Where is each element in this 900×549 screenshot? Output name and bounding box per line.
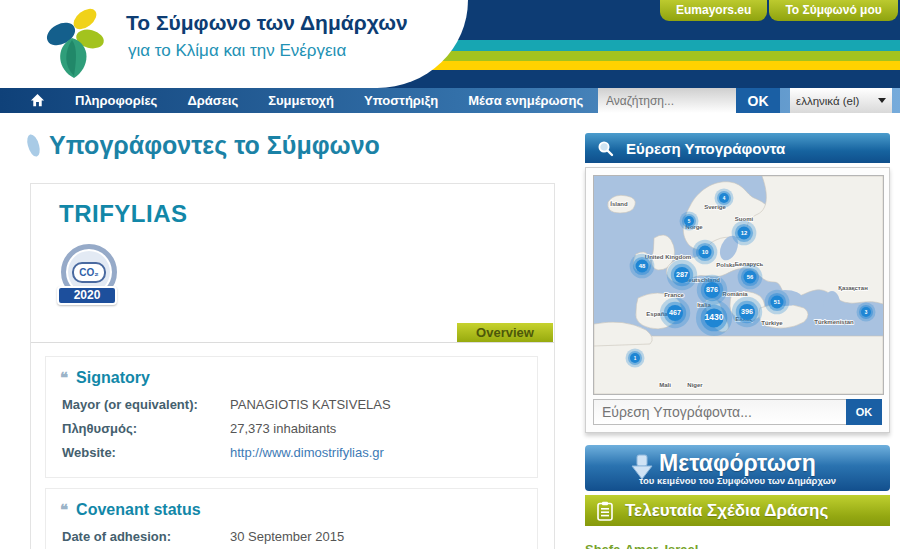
latest-action-plans-title: Τελευταία Σχέδια Δράσης	[625, 501, 828, 521]
card-divider	[31, 342, 554, 343]
svg-text:Türkiye: Türkiye	[761, 320, 783, 326]
language-label: ελληνικά (el)	[796, 95, 859, 107]
signatory-card: TRIFYLIAS CO₂ 2020 Overview ❝ Signatory …	[30, 183, 555, 549]
main-navigation: Πληροφορίες Δράσεις Συμμετοχή Υποστήριξη…	[0, 88, 900, 113]
svg-text:1: 1	[634, 356, 637, 361]
section-quote-icon: ❝	[60, 501, 68, 519]
find-signatory-header: Εύρεση Υπογράφοντα	[585, 133, 890, 163]
svg-text:3: 3	[865, 310, 868, 315]
svg-text:Mali: Mali	[659, 382, 671, 388]
download-subtitle: του κειμένου του Συμφώνου των Δημάρχων	[639, 475, 836, 486]
covenant-heading-row: ❝ Covenant status	[60, 501, 523, 519]
site-subtitle: για το Κλίμα και την Ενέργεια	[128, 41, 346, 61]
language-selector[interactable]: ελληνικά (el)	[790, 88, 892, 113]
nav-item-support[interactable]: Υποστήριξη	[364, 93, 438, 108]
page: Το Σύμφωνο των Δημάρχων για το Κλίμα και…	[0, 0, 900, 549]
nav-right-tools: OK ελληνικά (el)	[598, 88, 900, 113]
search-icon	[597, 140, 614, 157]
download-title: Μεταφόρτωση	[639, 451, 836, 475]
covenant-leaf-logo	[34, 4, 114, 82]
page-title: Υπογράφοντες το Σύμφωνο	[49, 131, 380, 160]
svg-text:5: 5	[688, 219, 691, 224]
population-row: Πληθυσμός: 27,373 inhabitants	[62, 421, 523, 436]
svg-text:467: 467	[669, 308, 681, 317]
find-signatory-title: Εύρεση Υπογράφοντα	[626, 140, 785, 157]
co2-2020-badge: CO₂ 2020	[57, 244, 127, 326]
badge-year: 2020	[57, 286, 117, 305]
nav-item-media[interactable]: Μέσα ενημέρωσης	[468, 93, 583, 108]
svg-text:10: 10	[702, 249, 709, 255]
co2-cloud-icon: CO₂	[72, 262, 105, 283]
download-text: Μεταφόρτωση του κειμένου του Συμφώνου τω…	[639, 451, 836, 486]
header-buttons: Eumayors.eu Το Σύμφωνό μου	[660, 0, 898, 21]
covenant-heading: Covenant status	[76, 501, 200, 519]
nav-item-actions[interactable]: Δράσεις	[187, 93, 238, 108]
my-covenant-button[interactable]: Το Σύμφωνό μου	[769, 0, 897, 21]
website-label: Website:	[62, 445, 230, 460]
eumayors-button[interactable]: Eumayors.eu	[660, 0, 767, 21]
home-icon[interactable]	[30, 93, 45, 108]
page-title-row: Υπογράφοντες το Σύμφωνο	[28, 131, 380, 160]
find-signatory-input[interactable]	[593, 399, 846, 425]
site-search-input[interactable]	[598, 88, 736, 113]
map-search-row: OK	[593, 399, 882, 425]
latest-action-plans-header: Τελευταία Σχέδια Δράσης	[585, 495, 890, 526]
svg-text:287: 287	[676, 270, 688, 279]
svg-text:396: 396	[741, 307, 753, 316]
svg-text:56: 56	[747, 274, 754, 280]
svg-text:France: France	[664, 292, 684, 298]
covenant-status-section: ❝ Covenant status Date of adhesion: 30 S…	[45, 488, 538, 549]
svg-text:4: 4	[723, 196, 726, 201]
population-value: 27,373 inhabitants	[230, 421, 336, 436]
svg-text:Қазақстан: Қазақстан	[838, 285, 868, 291]
svg-text:876: 876	[706, 285, 718, 294]
svg-text:48: 48	[639, 263, 646, 269]
signatory-heading: Signatory	[76, 369, 150, 387]
site-header: Το Σύμφωνο των Δημάρχων για το Κλίμα και…	[0, 0, 900, 88]
signatory-section: ❝ Signatory Mayor (or equivalent): PANAG…	[45, 356, 538, 478]
signatories-map[interactable]: ÍslandSverigeNorgeSuomiUnited KingdomPol…	[593, 175, 884, 395]
section-quote-icon: ❝	[60, 369, 68, 387]
caret-down-icon	[878, 98, 886, 103]
mayor-label: Mayor (or equivalent):	[62, 397, 230, 412]
sidebar: Εύρεση Υπογράφοντα	[585, 133, 890, 549]
svg-text:Polska: Polska	[716, 262, 736, 268]
population-label: Πληθυσμός:	[62, 421, 230, 436]
mayor-value: PANAGIOTIS KATSIVELAS	[230, 397, 391, 412]
search-ok-button[interactable]: OK	[736, 88, 780, 113]
tab-overview[interactable]: Overview	[457, 323, 553, 342]
svg-text:Niger: Niger	[687, 382, 703, 388]
adhesion-row: Date of adhesion: 30 September 2015	[62, 529, 523, 544]
svg-text:51: 51	[774, 299, 781, 305]
adhesion-label: Date of adhesion:	[62, 529, 230, 544]
download-covenant-banner[interactable]: Μεταφόρτωση του κειμένου του Συμφώνου τω…	[585, 445, 890, 491]
svg-text:Ísland: Ísland	[610, 200, 628, 207]
svg-text:1430: 1430	[704, 312, 723, 322]
clipboard-icon	[597, 501, 613, 521]
map-panel: ÍslandSverigeNorgeSuomiUnited KingdomPol…	[585, 167, 890, 433]
website-row: Website: http://www.dimostrifylias.gr	[62, 445, 523, 460]
adhesion-value: 30 September 2015	[230, 529, 344, 544]
leaf-bullet-icon	[25, 133, 41, 158]
website-link[interactable]: http://www.dimostrifylias.gr	[230, 445, 384, 460]
signatory-heading-row: ❝ Signatory	[60, 369, 523, 387]
stripe-yellow	[370, 61, 900, 70]
svg-text:Türkmenistan: Türkmenistan	[814, 319, 854, 325]
nav-item-information[interactable]: Πληροφορίες	[75, 93, 157, 108]
svg-text:12: 12	[741, 230, 748, 236]
find-signatory-ok-button[interactable]: OK	[846, 399, 882, 425]
mayor-row: Mayor (or equivalent): PANAGIOTIS KATSIV…	[62, 397, 523, 412]
plan-item-link[interactable]: Shefa-Amer, Israel	[585, 542, 890, 549]
site-title: Το Σύμφωνο των Δημάρχων	[126, 11, 408, 35]
nav-item-participation[interactable]: Συμμετοχή	[268, 93, 334, 108]
signatory-name: TRIFYLIAS	[59, 200, 188, 228]
